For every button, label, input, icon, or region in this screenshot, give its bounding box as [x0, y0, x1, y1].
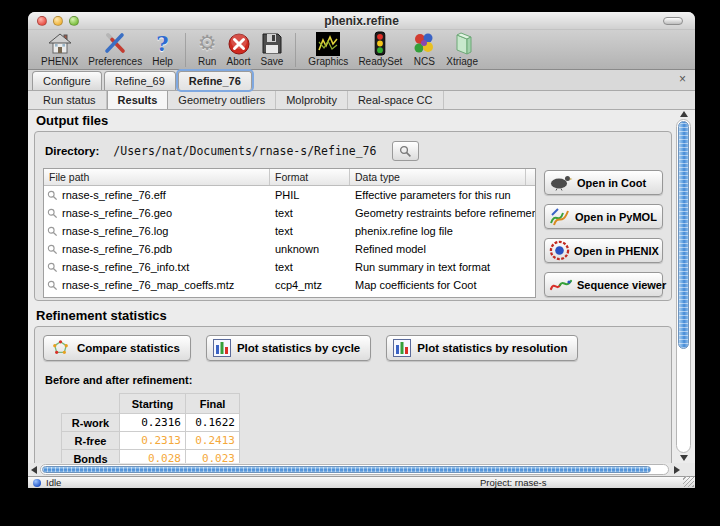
- toolbar-button-graphics[interactable]: Graphics: [303, 31, 353, 67]
- title-bar: phenix.refine: [28, 12, 695, 30]
- magnifier-icon: [47, 226, 58, 237]
- r-free-final: 0.2413: [186, 432, 240, 450]
- sequence-viewer-button[interactable]: Sequence viewer: [544, 272, 663, 297]
- status-bar: Idle Project: rnase-s: [28, 476, 695, 488]
- spheres-cluster-icon: [412, 31, 436, 56]
- vertical-scrollbar[interactable]: [676, 110, 692, 463]
- r-free-starting: 0.2313: [120, 432, 186, 450]
- magnifier-icon: [399, 145, 412, 158]
- statistics-buttons: Compare statistics Plot statistics by cy…: [43, 335, 671, 361]
- stats-column-starting: Starting: [120, 394, 186, 414]
- crystal-icon: [451, 31, 473, 56]
- toolbar-button-preferences[interactable]: Preferences: [83, 31, 147, 67]
- window-title: phenix.refine: [28, 14, 695, 28]
- column-header-format[interactable]: Format: [270, 169, 350, 185]
- browse-directory-button[interactable]: [392, 141, 419, 161]
- stats-corner-cell: [62, 394, 120, 414]
- output-files-table: File path Format Data type rnase-s_refin…: [43, 168, 536, 298]
- table-header: File path Format Data type: [44, 169, 535, 186]
- tab-refine-69[interactable]: Refine_69: [104, 71, 176, 90]
- subtab-real-space-cc[interactable]: Real-space CC: [348, 91, 444, 109]
- resize-grip[interactable]: [683, 476, 694, 487]
- horizontal-scroll-thumb[interactable]: [42, 466, 651, 473]
- toolbar-button-abort[interactable]: Abort: [222, 31, 256, 67]
- bonds-final: 0.023: [186, 450, 240, 464]
- toolbar-button-ncs[interactable]: NCS: [407, 31, 441, 67]
- toolbar-button-run[interactable]: ⚙ Run: [193, 31, 222, 67]
- status-indicator-icon: [33, 479, 41, 487]
- stats-column-final: Final: [186, 394, 240, 414]
- pymol-ribbon-icon: [549, 207, 571, 227]
- compare-statistics-button[interactable]: Compare statistics: [43, 335, 191, 361]
- subtab-molprobity[interactable]: Molprobity: [276, 91, 348, 109]
- stats-row-r-free: R-free 0.2313 0.2413: [62, 432, 240, 450]
- table-row[interactable]: rnase-s_refine_76.geo text Geometry rest…: [44, 204, 535, 222]
- toolbar-label: Graphics: [308, 56, 348, 67]
- tab-configure[interactable]: Configure: [32, 71, 102, 90]
- table-row[interactable]: rnase-s_refine_76_map_coeffs.mtz ccp4_mt…: [44, 276, 535, 294]
- stats-row-bonds: Bonds 0.028 0.023: [62, 450, 240, 464]
- magnifier-icon: [47, 280, 58, 291]
- open-in-phenix-button[interactable]: Open in PHENIX: [544, 238, 663, 263]
- toolbar-label: NCS: [414, 56, 435, 67]
- stats-row-r-work: R-work 0.2316 0.1622: [62, 414, 240, 432]
- toolbar-button-xtriage[interactable]: Xtriage: [441, 31, 483, 67]
- toolbar-label: ReadySet: [358, 56, 402, 67]
- table-row[interactable]: rnase-s_refine_76_info.txt text Run summ…: [44, 258, 535, 276]
- toolbar-label: Help: [152, 56, 173, 67]
- toolbar-toggle-button[interactable]: [663, 17, 683, 25]
- scroll-down-arrow-icon[interactable]: [680, 455, 688, 461]
- horizontal-scrollbar[interactable]: [28, 463, 695, 476]
- magnifier-icon: [47, 244, 58, 255]
- bar-chart-icon: [393, 339, 411, 357]
- gear-icon: ⚙: [198, 31, 217, 56]
- directory-label: Directory:: [45, 145, 99, 157]
- phenix-sphere-icon: [549, 240, 570, 261]
- r-work-final: 0.1622: [186, 414, 240, 432]
- plot-statistics-by-resolution-button[interactable]: Plot statistics by resolution: [386, 335, 578, 361]
- magnifier-icon: [47, 262, 58, 273]
- tab-refine-76[interactable]: Refine_76: [178, 71, 252, 90]
- toolbar-button-help[interactable]: ? Help: [147, 31, 178, 67]
- tools-icon: [103, 31, 127, 56]
- table-row[interactable]: rnase-s_refine_76.eff PHIL Effective par…: [44, 186, 535, 204]
- open-in-coot-button[interactable]: Open in Coot: [544, 170, 663, 195]
- sequence-squiggle-icon: [549, 276, 573, 293]
- molecule-icon: [50, 338, 71, 359]
- subtab-run-status[interactable]: Run status: [33, 91, 107, 109]
- toolbar-label: PHENIX: [41, 56, 78, 67]
- home-icon: [47, 31, 73, 56]
- table-row[interactable]: rnase-s_refine_76.pdb unknown Refined mo…: [44, 240, 535, 258]
- horizontal-scroll-track[interactable]: [40, 464, 669, 475]
- column-header-file-path[interactable]: File path: [44, 169, 270, 185]
- r-work-starting: 0.2316: [120, 414, 186, 432]
- output-files-panel: Directory: /Users/nat/Documents/rnase-s/…: [34, 131, 672, 301]
- toolbar-button-phenix[interactable]: PHENIX: [36, 31, 83, 67]
- scroll-left-arrow-icon[interactable]: [31, 466, 37, 474]
- question-icon: ?: [156, 31, 168, 56]
- floppy-icon: [261, 31, 283, 56]
- table-row[interactable]: rnase-s_refine_76.log text phenix.refine…: [44, 222, 535, 240]
- column-header-spacer: [526, 169, 535, 185]
- plot-statistics-by-cycle-button[interactable]: Plot statistics by cycle: [206, 335, 371, 361]
- open-in-pymol-button[interactable]: Open in PyMOL: [544, 204, 663, 229]
- scroll-right-arrow-icon[interactable]: [674, 466, 680, 474]
- toolbar-separator: [295, 33, 296, 67]
- vertical-scroll-thumb[interactable]: [678, 121, 689, 349]
- toolbar-label: Save: [261, 56, 284, 67]
- toolbar-label: Run: [198, 56, 216, 67]
- output-files-heading: Output files: [36, 113, 671, 128]
- toolbar-label: Preferences: [88, 56, 142, 67]
- refinement-stats-table: Starting Final R-work 0.2316 0.1622 R-fr…: [61, 393, 240, 463]
- phenix-refine-window: phenix.refine PHENIX: [28, 12, 695, 488]
- scroll-up-arrow-icon[interactable]: [680, 111, 688, 117]
- toolbar-button-save[interactable]: Save: [256, 31, 289, 67]
- before-after-subheading: Before and after refinement:: [45, 374, 671, 386]
- column-header-data-type[interactable]: Data type: [350, 169, 526, 185]
- subtab-geometry-outliers[interactable]: Geometry outliers: [168, 91, 276, 109]
- toolbar-button-readyset[interactable]: ReadySet: [353, 31, 407, 67]
- subtab-results[interactable]: Results: [107, 91, 169, 109]
- close-tab-icon[interactable]: ×: [679, 73, 686, 85]
- vertical-scroll-track[interactable]: [676, 119, 691, 453]
- open-in-actions: Open in Coot Open in PyMOL: [544, 168, 663, 306]
